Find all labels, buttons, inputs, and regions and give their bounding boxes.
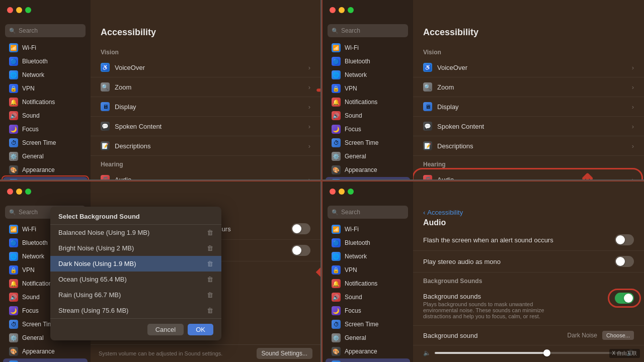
sidebar-item-screentime-2[interactable]: ⏱ Screen Time xyxy=(326,136,410,149)
bluetooth-icon-1: 🔵 xyxy=(9,57,18,66)
tl-close-1[interactable] xyxy=(7,7,13,13)
sidebar-item-wifi-1[interactable]: 📶 Wi-Fi xyxy=(3,41,88,54)
sidebar-item-sound-2[interactable]: 🔊 Sound xyxy=(326,109,410,122)
flash-row-4[interactable]: Flash the screen when an alert sound occ… xyxy=(413,229,644,251)
tl-minimize-1[interactable] xyxy=(16,7,22,13)
bg-sounds-row-4[interactable]: Background sounds Plays background sound… xyxy=(413,287,644,326)
dropdown-item-balanced[interactable]: Balanced Noise (Using 1.9 MB) 🗑 xyxy=(50,225,221,240)
trash-icon-ocean[interactable]: 🗑 xyxy=(207,276,213,283)
sidebar-item-appearance-1[interactable]: 🎨 Appearance xyxy=(3,163,88,176)
sidebar-item-sound-4[interactable]: 🔊 Sound xyxy=(326,291,410,304)
sidebar-item-bluetooth-1[interactable]: 🔵 Bluetooth xyxy=(3,55,88,68)
sidebar-item-bluetooth-2[interactable]: 🔵 Bluetooth xyxy=(326,55,410,68)
dropdown-item-dark[interactable]: Dark Noise (Using 1.9 MB) 🗑 xyxy=(50,256,221,272)
sidebar-item-notifications-1[interactable]: 🔔 Notifications xyxy=(3,96,88,109)
tl-maximize-4[interactable] xyxy=(348,189,354,195)
trash-icon-bright[interactable]: 🗑 xyxy=(207,244,213,252)
sidebar-item-general-4[interactable]: ⚙️ General xyxy=(326,331,410,344)
sidebar-item-network-1[interactable]: 🌐 Network xyxy=(3,68,88,81)
back-button-4[interactable]: ‹ Accessibility xyxy=(413,204,644,218)
cancel-button[interactable]: Cancel xyxy=(147,324,184,335)
trash-icon-rain[interactable]: 🗑 xyxy=(207,291,213,299)
row-audio-2[interactable]: 🎵 Audio › xyxy=(413,170,644,179)
tl-maximize-3[interactable] xyxy=(25,189,31,195)
sidebar-label-appearance-2: Appearance xyxy=(345,166,377,173)
dropdown-item-stream[interactable]: Stream (Using 75.6 MB) 🗑 xyxy=(50,303,221,318)
tl-close-4[interactable] xyxy=(330,189,336,195)
row-spoken-2[interactable]: 💬 Spoken Content › xyxy=(413,117,644,136)
flash-toggle-3[interactable] xyxy=(291,223,310,234)
sidebar-item-appearance-4[interactable]: 🎨 Appearance xyxy=(326,345,410,358)
slider-thumb-4[interactable] xyxy=(543,349,550,356)
sidebar-item-wifi-2[interactable]: 📶 Wi-Fi xyxy=(326,41,410,54)
stereo-toggle-4[interactable] xyxy=(615,256,634,267)
sidebar-item-accessibility-4[interactable]: ♿ Accessibility xyxy=(326,358,410,362)
vpn-icon-4: 🔒 xyxy=(332,265,341,275)
tl-close-2[interactable] xyxy=(330,7,336,13)
sidebar-4: 🔍 Search 📶 Wi-Fi 🔵 Bluetooth 🌐 Network 🔒… xyxy=(323,182,413,362)
sidebar-item-appearance-2[interactable]: 🎨 Appearance xyxy=(326,163,410,176)
screentime-icon-4: ⏱ xyxy=(332,320,341,329)
tl-minimize-3[interactable] xyxy=(16,189,22,195)
sidebar-item-accessibility-2[interactable]: ♿ Accessibility xyxy=(326,177,410,179)
sidebar-item-wifi-4[interactable]: 📶 Wi-Fi xyxy=(326,223,410,236)
sidebar-item-accessibility-1[interactable]: ♿ Accessibility xyxy=(3,177,88,179)
search-bar-2[interactable]: 🔍 Search xyxy=(328,24,408,37)
tl-minimize-2[interactable] xyxy=(339,7,345,13)
ok-button[interactable]: OK xyxy=(188,324,213,335)
row-descriptions-1[interactable]: 📝 Descriptions › xyxy=(91,136,320,156)
sidebar-item-notifications-2[interactable]: 🔔 Notifications xyxy=(326,96,410,109)
row-zoom-2[interactable]: 🔍 Zoom › xyxy=(413,77,644,97)
flash-toggle-4[interactable] xyxy=(615,234,634,245)
sidebar-item-vpn-2[interactable]: 🔒 VPN xyxy=(326,82,410,95)
choose-button-4[interactable]: Choose... xyxy=(602,331,634,340)
sidebar-item-network-2[interactable]: 🌐 Network xyxy=(326,68,410,81)
stereo-row-4[interactable]: Play stereo audio as mono xyxy=(413,251,644,273)
sidebar-item-accessibility-3[interactable]: ♿ Accessibility xyxy=(3,358,88,362)
row-descriptions-2[interactable]: 📝 Descriptions › xyxy=(413,136,644,156)
sidebar-label-vpn-2: VPN xyxy=(345,85,357,92)
search-bar-1[interactable]: 🔍 Search xyxy=(5,24,86,37)
tl-minimize-4[interactable] xyxy=(339,189,345,195)
row-spoken-1[interactable]: 💬 Spoken Content › xyxy=(91,117,320,136)
tl-maximize-2[interactable] xyxy=(348,7,354,13)
sidebar-item-vpn-4[interactable]: 🔒 VPN xyxy=(326,263,410,277)
row-zoom-1[interactable]: 🔍 Zoom › xyxy=(91,77,320,97)
descriptions-label-2: Descriptions xyxy=(437,142,473,150)
sidebar-item-focus-2[interactable]: 🌙 Focus xyxy=(326,123,410,136)
sidebar-label-sound-3: Sound xyxy=(22,294,40,301)
sidebar-item-network-4[interactable]: 🌐 Network xyxy=(326,250,410,263)
dropdown-item-ocean[interactable]: Ocean (Using 65.4 MB) 🗑 xyxy=(50,272,221,287)
dropdown-item-bright[interactable]: Bright Noise (Using 2 MB) 🗑 xyxy=(50,240,221,256)
trash-icon-dark[interactable]: 🗑 xyxy=(207,260,213,267)
row-voiceover-2[interactable]: ♿ VoiceOver › xyxy=(413,58,644,77)
sidebar-label-bluetooth-1: Bluetooth xyxy=(22,58,48,65)
trash-icon-stream[interactable]: 🗑 xyxy=(207,307,213,314)
sidebar-item-vpn-1[interactable]: 🔒 VPN xyxy=(3,82,88,95)
trash-icon-balanced[interactable]: 🗑 xyxy=(207,229,213,236)
sound-settings-btn-3[interactable]: Sound Settings... xyxy=(257,348,312,359)
tl-close-3[interactable] xyxy=(7,189,13,195)
row-display-1[interactable]: 🖥 Display › xyxy=(91,97,320,117)
row-audio-1[interactable]: 🎵 Audio › xyxy=(91,170,320,179)
stereo-toggle-3[interactable] xyxy=(291,245,310,256)
search-bar-4[interactable]: 🔍 Search xyxy=(328,206,408,219)
volume-slider-4[interactable] xyxy=(435,352,622,354)
sidebar-item-notifications-4[interactable]: 🔔 Notifications xyxy=(326,277,410,290)
sidebar-item-general-2[interactable]: ⚙️ General xyxy=(326,150,410,163)
row-voiceover-1[interactable]: ♿ VoiceOver › xyxy=(91,58,320,77)
sidebar-item-appearance-3[interactable]: 🎨 Appearance xyxy=(3,345,88,358)
sidebar-item-screentime-1[interactable]: ⏱ Screen Time xyxy=(3,136,88,149)
sidebar-item-sound-1[interactable]: 🔊 Sound xyxy=(3,109,88,122)
row-display-2[interactable]: 🖥 Display › xyxy=(413,97,644,117)
dropdown-item-rain[interactable]: Rain (Using 66.7 MB) 🗑 xyxy=(50,287,221,303)
sidebar-item-bluetooth-4[interactable]: 🔵 Bluetooth xyxy=(326,236,410,249)
sidebar-item-focus-1[interactable]: 🌙 Focus xyxy=(3,123,88,136)
main-content-2: Accessibility Vision ♿ VoiceOver › 🔍 Zoo… xyxy=(413,0,644,179)
sidebar-item-focus-4[interactable]: 🌙 Focus xyxy=(326,304,410,317)
sidebar-item-general-1[interactable]: ⚙️ General xyxy=(3,150,88,163)
bg-sounds-toggle-4[interactable] xyxy=(615,293,634,304)
sidebar-item-screentime-4[interactable]: ⏱ Screen Time xyxy=(326,318,410,331)
bg-sound-select-row-4[interactable]: Background sound Dark Noise Choose... xyxy=(413,326,644,345)
tl-maximize-1[interactable] xyxy=(25,7,31,13)
